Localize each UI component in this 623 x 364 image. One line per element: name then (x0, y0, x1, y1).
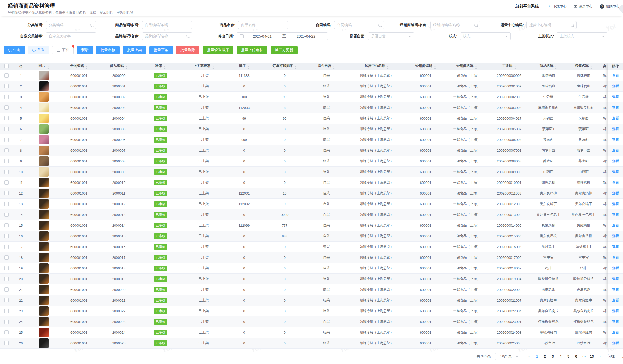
batch-upload-material-button[interactable]: 批量上传素材 (237, 46, 267, 54)
row-checkbox[interactable] (4, 287, 9, 292)
brand-code-name-input[interactable]: 品牌编码/名称 (142, 32, 192, 40)
product-image[interactable] (39, 317, 49, 326)
row-checkbox[interactable] (4, 234, 9, 238)
product-image[interactable] (39, 92, 49, 102)
product-image[interactable] (39, 199, 49, 209)
column-header-select[interactable] (0, 63, 13, 70)
view-link[interactable]: 查看 (612, 266, 619, 271)
custom-keyword-input[interactable]: 自定义关键字 (46, 32, 96, 40)
self-operated-select[interactable]: 是否自营 (368, 32, 414, 40)
page-button-4[interactable]: 4 (557, 353, 565, 360)
product-image[interactable] (39, 178, 49, 187)
row-checkbox[interactable] (4, 245, 9, 249)
download-button[interactable]: 下载 (52, 46, 74, 54)
sort-carets-icon[interactable] (212, 66, 214, 69)
view-link[interactable]: 查看 (612, 127, 619, 131)
batch-off-shelf-button[interactable]: 批量下架 (149, 46, 173, 54)
row-checkbox[interactable] (4, 95, 9, 99)
column-header-dealer_code[interactable]: 经销商编码 (406, 63, 445, 70)
row-checkbox[interactable] (4, 116, 9, 120)
page-button-5[interactable]: 5 (565, 353, 572, 360)
row-checkbox[interactable] (4, 191, 9, 195)
view-link[interactable]: 查看 (612, 212, 619, 217)
view-link[interactable]: 查看 (612, 309, 619, 313)
row-checkbox[interactable] (4, 223, 9, 227)
row-checkbox[interactable] (4, 138, 9, 142)
sort-carets-icon[interactable] (590, 66, 592, 69)
view-link[interactable]: 查看 (612, 73, 619, 78)
view-link[interactable]: 查看 (612, 148, 619, 153)
row-checkbox[interactable] (4, 73, 9, 78)
product-image[interactable] (39, 103, 49, 112)
column-header-package[interactable]: 包装名称 (567, 63, 601, 70)
view-link[interactable]: 查看 (612, 202, 619, 206)
date-end[interactable]: 2025-04-22 (287, 34, 325, 38)
column-header-self_op[interactable]: 是否自营 (305, 63, 347, 70)
page-size-select[interactable]: 50条/页 (495, 353, 521, 360)
product-code-barcode-input[interactable]: 商品编码/条码 (142, 21, 192, 29)
row-checkbox[interactable] (4, 213, 9, 217)
view-link[interactable]: 查看 (612, 319, 619, 324)
view-link[interactable]: 查看 (612, 84, 619, 89)
sort-carets-icon[interactable] (555, 66, 557, 69)
view-link[interactable]: 查看 (612, 191, 619, 196)
product-image[interactable] (39, 253, 49, 262)
product-image[interactable] (39, 71, 49, 80)
view-link[interactable]: 查看 (612, 159, 619, 163)
sort-carets-icon[interactable] (514, 66, 516, 69)
sort-carets-icon[interactable] (475, 66, 477, 69)
page-button-6[interactable]: 6 (572, 353, 580, 360)
row-checkbox[interactable] (4, 84, 9, 88)
view-link[interactable]: 查看 (612, 277, 619, 281)
column-header-status[interactable]: 状态 (138, 63, 183, 70)
row-checkbox[interactable] (4, 330, 9, 334)
row-checkbox[interactable] (4, 277, 9, 281)
column-header-dealer_name[interactable]: 经销商名称 (445, 63, 488, 70)
select-all-checkbox[interactable] (4, 64, 9, 68)
goto-page-input[interactable] (617, 353, 623, 360)
sort-carets-icon[interactable] (164, 66, 166, 69)
product-image[interactable] (39, 338, 49, 348)
column-header-shelf[interactable]: 上下架状态 (183, 63, 225, 70)
column-settings-icon[interactable]: ⚙ (19, 64, 23, 68)
next-page-button[interactable]: › (596, 354, 604, 359)
shelf-status-select[interactable]: 上架状态 (557, 32, 607, 40)
product-image[interactable] (39, 81, 49, 91)
sort-carets-icon[interactable] (387, 66, 389, 69)
row-checkbox[interactable] (4, 341, 9, 345)
op-center-code-input[interactable]: 运营中心编码 (526, 21, 577, 29)
row-checkbox[interactable] (4, 255, 9, 260)
sort-carets-icon[interactable] (333, 66, 335, 69)
nav-help-center[interactable]: ? 帮助中心 (600, 4, 619, 9)
view-link[interactable]: 查看 (612, 255, 619, 260)
product-image[interactable] (39, 221, 49, 230)
modify-date-range-picker[interactable]: 2025-04-01 至 2025-04-22 (237, 32, 328, 40)
view-link[interactable]: 查看 (612, 287, 619, 292)
batch-on-shelf-button[interactable]: 批量上架 (123, 46, 146, 54)
category-code-input[interactable]: 分类编码 (46, 21, 96, 29)
row-checkbox[interactable] (4, 309, 9, 313)
product-image[interactable] (39, 156, 49, 166)
product-image[interactable] (39, 263, 49, 273)
product-image[interactable] (39, 146, 49, 155)
row-checkbox[interactable] (4, 159, 9, 163)
dealer-code-name-input[interactable]: 经销商编码/名称 (430, 21, 480, 29)
product-image[interactable] (39, 135, 49, 144)
contract-code-input[interactable]: 合同编码 (334, 21, 384, 29)
row-checkbox[interactable] (4, 170, 9, 174)
add-button[interactable]: 新增 (77, 46, 93, 54)
column-header-print_sort[interactable]: 订单打印排序 (264, 63, 305, 70)
column-header-code[interactable]: 商品编码 (99, 63, 138, 70)
batch-audit-button[interactable]: 批量审核 (96, 46, 120, 54)
sort-carets-icon[interactable] (247, 66, 249, 69)
product-image[interactable] (39, 285, 49, 294)
view-link[interactable]: 查看 (612, 234, 619, 238)
sort-carets-icon[interactable] (295, 66, 297, 69)
product-image[interactable] (39, 296, 49, 305)
row-checkbox[interactable] (4, 148, 9, 152)
row-checkbox[interactable] (4, 202, 9, 206)
column-header-settings[interactable]: ⚙ (13, 63, 29, 70)
row-checkbox[interactable] (4, 127, 9, 131)
view-link[interactable]: 查看 (612, 341, 619, 345)
date-start[interactable]: 2025-04-01 (244, 34, 281, 38)
